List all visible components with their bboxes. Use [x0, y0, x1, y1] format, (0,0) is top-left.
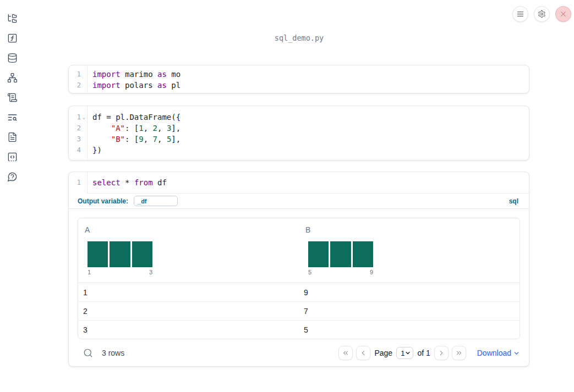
histogram-bar — [353, 241, 373, 267]
output-variable-input[interactable] — [134, 196, 178, 206]
gear-icon — [538, 10, 546, 18]
code-line[interactable]: 4}) — [69, 145, 529, 156]
table-footer: 3 rows Page 1 — [78, 344, 520, 362]
histogram-bar — [132, 241, 152, 267]
database-icon — [7, 53, 18, 63]
download-button[interactable]: Download — [477, 349, 520, 357]
code-text: }) — [87, 145, 102, 156]
code-editor[interactable]: 1import marimo as mo2import polars as pl — [69, 69, 529, 91]
next-page-button[interactable] — [434, 346, 449, 360]
pagination: Page 1 of 1 — [338, 346, 520, 360]
histogram-bar — [330, 241, 351, 267]
output-variable-label: Output variable: — [78, 197, 128, 205]
fold-spacer — [81, 177, 87, 188]
sidebar-item-help[interactable] — [2, 167, 22, 186]
code-line[interactable]: 1import marimo as mo — [69, 69, 529, 80]
folder-tree-icon — [7, 13, 18, 24]
code-cell-dataframe[interactable]: 1⌄df = pl.DataFrame({2 "A": [1, 2, 3],3 … — [68, 106, 529, 161]
table-cell: 2 — [78, 307, 299, 316]
sidebar-item-dependencies[interactable] — [2, 68, 22, 87]
list-search-icon — [7, 112, 18, 123]
sidebar-item-documentation[interactable] — [2, 127, 22, 147]
column-name[interactable]: B — [305, 225, 310, 235]
last-page-button[interactable] — [452, 346, 466, 360]
code-square-icon — [7, 152, 18, 162]
network-icon — [7, 73, 18, 83]
code-line[interactable]: 2 "A": [1, 2, 3], — [69, 123, 529, 134]
gutter-divider — [87, 106, 88, 160]
code-text: "A": [1, 2, 3], — [87, 123, 181, 134]
column-name[interactable]: A — [85, 225, 90, 235]
chevron-down-icon — [513, 350, 520, 357]
histogram-ticks: 13 — [88, 269, 152, 275]
tick-max: 9 — [370, 269, 373, 275]
code-text: df = pl.DataFrame({ — [87, 112, 181, 123]
line-number: 2 — [69, 123, 81, 134]
line-number: 1 — [69, 177, 81, 188]
first-page-button[interactable] — [338, 346, 353, 360]
chevrons-right-icon — [455, 349, 463, 357]
gutter-divider — [87, 65, 88, 93]
table-cell: 5 — [299, 325, 520, 334]
help-circle-icon — [7, 172, 18, 182]
table-cell: 3 — [78, 325, 299, 334]
sql-output-area: A13B59 192735 3 rows — [69, 209, 529, 362]
sql-cell: 1select * from df Output variable: sql A… — [68, 172, 529, 367]
histogram-ticks: 59 — [308, 269, 373, 275]
code-line[interactable]: 1select * from df — [69, 177, 529, 188]
fold-chevron-icon[interactable]: ⌄ — [81, 112, 87, 123]
page-select[interactable]: 1 — [396, 347, 413, 359]
sidebar-item-logs[interactable] — [2, 107, 22, 127]
row-count: 3 rows — [102, 349, 124, 357]
table-header: A13B59 — [78, 218, 520, 283]
table-row[interactable]: 27 — [78, 301, 520, 320]
code-text: import marimo as mo — [87, 69, 181, 80]
scroll-text-icon — [7, 92, 18, 103]
sql-code-editor[interactable]: 1select * from df — [69, 172, 529, 193]
page-of-label: of 1 — [417, 349, 430, 357]
prev-page-button[interactable] — [356, 346, 370, 360]
sidebar-item-file-explorer[interactable] — [2, 8, 22, 28]
table-cell: 9 — [299, 288, 520, 297]
page-select-value: 1 — [401, 349, 404, 357]
code-text: select * from df — [87, 177, 167, 188]
table-row[interactable]: 19 — [78, 283, 520, 301]
menu-button[interactable] — [512, 6, 528, 22]
histogram-bar — [88, 241, 108, 267]
line-number: 1 — [69, 69, 81, 80]
fold-spacer — [81, 123, 87, 134]
column-histogram — [308, 241, 373, 267]
fold-spacer — [81, 69, 87, 80]
sidebar-item-outputs[interactable] — [2, 87, 22, 107]
search-button[interactable] — [83, 348, 93, 358]
line-number: 3 — [69, 134, 81, 145]
hamburger-icon — [516, 10, 524, 18]
code-text: "B": [9, 7, 5], — [87, 134, 181, 145]
table-cell: 7 — [299, 307, 520, 316]
dataframe-table: A13B59 192735 — [78, 218, 520, 339]
file-text-icon — [7, 132, 18, 142]
sidebar-item-variables[interactable] — [2, 28, 22, 48]
language-badge: sql — [509, 197, 518, 205]
code-line[interactable]: 2import polars as pl — [69, 80, 529, 91]
settings-button[interactable] — [534, 6, 550, 22]
table-body: 192735 — [78, 283, 520, 339]
function-square-icon — [7, 33, 18, 43]
code-line[interactable]: 3 "B": [9, 7, 5], — [69, 134, 529, 145]
close-button[interactable] — [555, 6, 571, 22]
code-cell-imports[interactable]: 1import marimo as mo2import polars as pl — [68, 65, 529, 93]
column-histogram — [88, 241, 152, 267]
sidebar-item-data-sources[interactable] — [2, 48, 22, 68]
left-panel-toolbar — [0, 0, 24, 392]
code-line[interactable]: 1⌄df = pl.DataFrame({ — [69, 112, 529, 123]
column-header: B59 — [299, 218, 520, 283]
code-editor[interactable]: 1⌄df = pl.DataFrame({2 "A": [1, 2, 3],3 … — [69, 112, 529, 156]
line-number: 4 — [69, 145, 81, 156]
chevron-down-icon — [404, 350, 411, 356]
sidebar-item-snippets[interactable] — [2, 147, 22, 167]
table-row[interactable]: 35 — [78, 320, 520, 339]
tick-min: 5 — [308, 269, 311, 275]
code-text: import polars as pl — [87, 80, 181, 91]
chevron-right-icon — [438, 349, 445, 357]
fold-spacer — [81, 145, 87, 156]
